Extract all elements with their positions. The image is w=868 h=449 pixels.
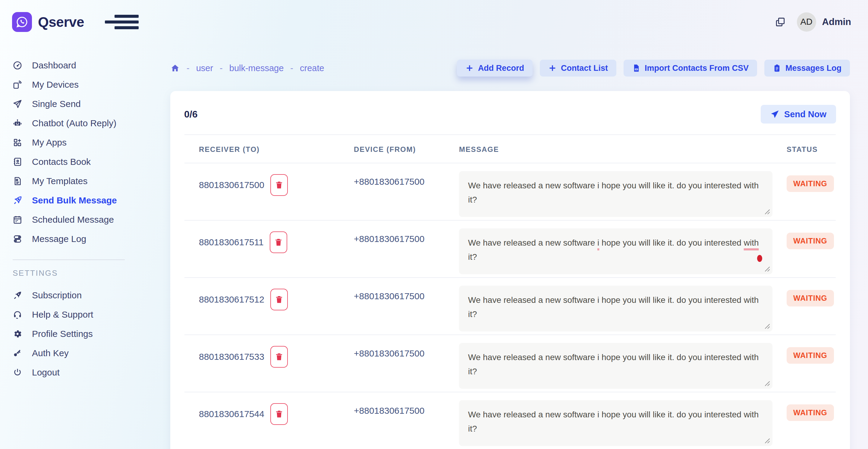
gear-icon	[13, 329, 22, 339]
device-number: +8801830617500	[354, 406, 459, 416]
receiver-number: 8801830617544	[199, 409, 264, 419]
sidebar-divider	[13, 259, 125, 260]
fullscreen-copy-icon[interactable]	[775, 17, 785, 27]
user-menu[interactable]: AD Admin	[797, 12, 851, 32]
status-badge: WAITING	[786, 347, 834, 364]
table-row: 8801830617544 +8801830617500 We have rel…	[184, 392, 836, 449]
sidebar-item-profile-settings[interactable]: Profile Settings	[13, 324, 145, 344]
contact-list-button[interactable]: Contact List	[540, 60, 616, 76]
sidebar-item-dashboard[interactable]: Dashboard	[13, 56, 145, 75]
hamburger-menu-icon[interactable]	[105, 13, 138, 31]
status-badge: WAITING	[786, 405, 834, 421]
sidebar-item-logout[interactable]: Logout	[13, 363, 145, 382]
paper-plane-icon	[13, 99, 22, 109]
sidebar-item-help-support[interactable]: Help & Support	[13, 305, 145, 324]
sidebar-item-label: Single Send	[32, 99, 81, 109]
device-number: +8801830617500	[354, 291, 459, 301]
resize-handle-icon[interactable]	[764, 208, 770, 215]
delete-row-button[interactable]	[270, 346, 288, 367]
apps-grid-plus-icon	[13, 138, 22, 147]
status-badge: WAITING	[786, 175, 834, 192]
messages-log-button[interactable]: Messages Log	[764, 60, 850, 76]
address-book-icon	[13, 157, 22, 167]
trash-icon	[275, 410, 284, 419]
delete-row-button[interactable]	[270, 289, 288, 310]
header-actions: Add Record Contact List Import Contacts …	[457, 60, 850, 76]
column-header-device: DEVICE (FROM)	[354, 135, 459, 163]
user-name: Admin	[822, 17, 851, 27]
breadcrumb-separator: -	[187, 63, 190, 73]
delete-row-button[interactable]	[270, 403, 288, 425]
key-icon	[13, 348, 22, 358]
column-header-receiver: RECEIVER (TO)	[184, 135, 354, 163]
sidebar-item-label: Message Log	[32, 234, 86, 244]
add-record-button[interactable]: Add Record	[457, 60, 532, 76]
sidebar-item-subscription[interactable]: Subscription	[13, 286, 145, 305]
sidebar-item-scheduled-message[interactable]: Scheduled Message	[13, 210, 145, 229]
status-badge: WAITING	[786, 233, 834, 249]
trash-icon	[275, 295, 284, 304]
sidebar-item-label: My Apps	[32, 137, 67, 148]
sidebar-item-auth-key[interactable]: Auth Key	[13, 344, 145, 363]
sidebar-item-contacts-book[interactable]: Contacts Book	[13, 152, 145, 171]
message-textarea[interactable]: We have released a new software i hope y…	[459, 286, 772, 331]
sidebar-item-label: Profile Settings	[32, 329, 93, 339]
receiver-number: 8801830617512	[199, 294, 264, 304]
breadcrumb-separator: -	[220, 63, 223, 73]
brand-logo-link[interactable]: Qserve	[12, 12, 84, 32]
message-textarea[interactable]: We have released a new software i hope y…	[459, 400, 772, 446]
settings-section-label: SETTINGS	[13, 268, 145, 278]
delete-row-button[interactable]	[270, 174, 288, 196]
delete-row-button[interactable]	[270, 231, 287, 253]
sidebar-item-send-bulk-message[interactable]: Send Bulk Message	[13, 191, 145, 210]
messages-log-label: Messages Log	[785, 64, 841, 73]
topbar-right: AD Admin	[775, 12, 851, 32]
import-csv-button[interactable]: Import Contacts From CSV	[624, 60, 757, 76]
sidebar-item-chatbot[interactable]: Chatbot (Auto Reply)	[13, 114, 145, 133]
message-textarea[interactable]: We have released a new software i hope y…	[459, 171, 772, 217]
send-now-button[interactable]: Send Now	[761, 105, 836, 124]
sidebar-item-label: Subscription	[32, 290, 82, 300]
sidebar-item-label: Scheduled Message	[32, 215, 114, 225]
message-text: We have released a new software i hope y…	[468, 410, 758, 433]
spellcheck-dot	[757, 255, 762, 262]
sidebar-item-message-log[interactable]: Message Log	[13, 229, 145, 249]
status-badge: WAITING	[786, 290, 834, 307]
breadcrumb-create[interactable]: create	[300, 63, 324, 73]
resize-handle-icon[interactable]	[764, 380, 770, 386]
message-textarea[interactable]: We have released a new software i hope y…	[459, 228, 772, 274]
plus-icon	[548, 64, 557, 72]
sidebar-item-my-apps[interactable]: My Apps	[13, 133, 145, 152]
resize-handle-icon[interactable]	[764, 265, 770, 272]
trash-icon	[275, 181, 284, 190]
topbar: Qserve AD Admin	[0, 0, 868, 44]
device-signal-icon	[13, 80, 22, 90]
breadcrumb-user[interactable]: user	[196, 63, 213, 73]
message-textarea[interactable]: We have released a new software i hope y…	[459, 343, 772, 389]
rocket-filled-icon	[13, 290, 22, 300]
table-row: 8801830617533 +8801830617500 We have rel…	[184, 335, 836, 392]
power-icon	[13, 367, 22, 377]
rocket-icon	[13, 196, 22, 205]
breadcrumb-separator: -	[290, 63, 293, 73]
contact-list-label: Contact List	[561, 64, 608, 73]
breadcrumb-bulk-message[interactable]: bulk-message	[229, 63, 284, 73]
sidebar-item-single-send[interactable]: Single Send	[13, 94, 145, 114]
table-header-row: RECEIVER (TO) DEVICE (FROM) MESSAGE STAT…	[184, 135, 836, 163]
bulk-message-card: 0/6 Send Now RECEIVER (TO) DEVICE (FROM)…	[170, 91, 850, 449]
sidebar-item-my-templates[interactable]: My Templates	[13, 171, 145, 191]
import-csv-label: Import Contacts From CSV	[645, 64, 749, 73]
whatsapp-logo-icon	[12, 12, 32, 32]
receiver-number: 8801830617500	[199, 180, 264, 190]
sidebar-item-my-devices[interactable]: My Devices	[13, 75, 145, 94]
sidebar-item-label: Send Bulk Message	[32, 195, 117, 205]
trash-icon	[274, 238, 283, 247]
resize-handle-icon[interactable]	[764, 437, 770, 444]
message-text: We have released a new software i hope y…	[468, 295, 758, 319]
sidebar-item-label: My Devices	[32, 79, 79, 90]
device-number: +8801830617500	[354, 234, 459, 244]
resize-handle-icon[interactable]	[764, 322, 770, 329]
brand-name: Qserve	[38, 14, 84, 30]
home-icon[interactable]	[170, 63, 180, 73]
avatar: AD	[797, 12, 816, 32]
